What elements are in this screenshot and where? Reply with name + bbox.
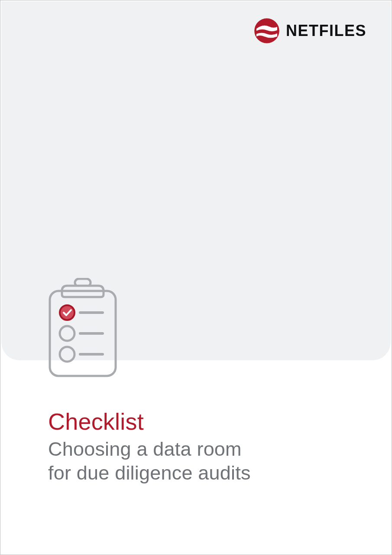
cover-subtitle-line-1: Choosing a data room xyxy=(48,438,242,460)
cover-title-block: Checklist Choosing a data room for due d… xyxy=(48,408,366,485)
brand-logo: NETFILES xyxy=(254,18,366,44)
cover-subtitle-line-2: for due diligence audits xyxy=(48,462,251,484)
svg-point-8 xyxy=(60,347,75,362)
cover-subtitle: Choosing a data room for due diligence a… xyxy=(48,437,366,485)
checklist-clipboard-icon xyxy=(48,278,117,378)
brand-name: NETFILES xyxy=(286,22,366,40)
netfiles-logo-icon xyxy=(254,18,280,44)
svg-point-6 xyxy=(60,326,75,341)
cover-title: Checklist xyxy=(48,408,366,435)
document-cover-page: NETFILES Checklist Choosing a data room xyxy=(0,0,392,555)
